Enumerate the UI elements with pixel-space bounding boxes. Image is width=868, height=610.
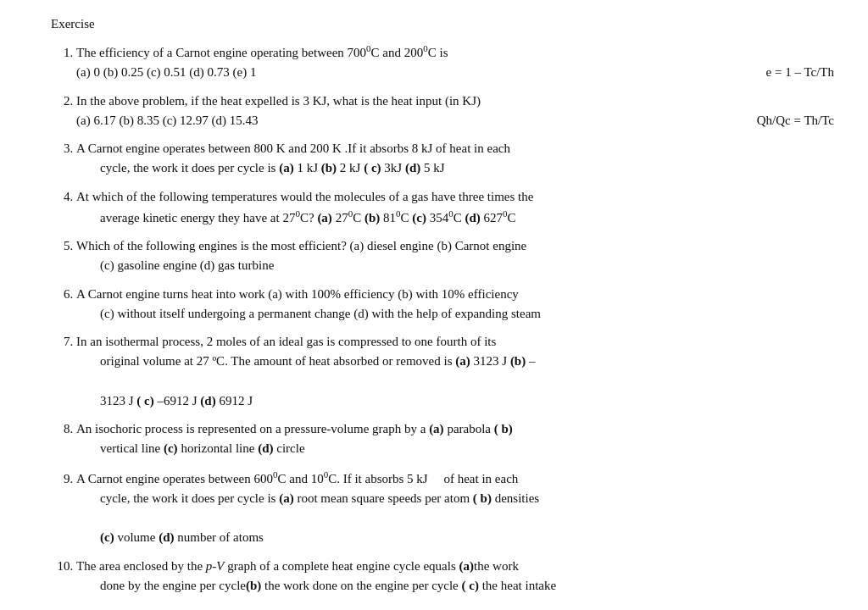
q7-text2: original volume at 27 ºC. The amount of …	[76, 352, 834, 371]
question-8: An isochoric process is represented on a…	[76, 419, 834, 459]
q4-text2: average kinetic energy they have at 270C…	[76, 207, 834, 228]
q2-options: (a) 6.17 (b) 8.35 (c) 12.97 (d) 15.43	[76, 111, 723, 130]
q1-options: (a) 0 (b) 0.25 (c) 0.51 (d) 0.73 (e) 1	[76, 63, 732, 82]
q4-text: At which of the following temperatures w…	[76, 190, 533, 203]
q9-text2: cycle, the work it does per cycle is (a)…	[76, 489, 834, 508]
q8-text2: vertical line (c) horizontal line (d) ci…	[76, 439, 834, 458]
q10-text: The area enclosed by the p-V graph of a …	[76, 559, 519, 573]
q9-text: A Carnot engine operates between 6000C a…	[76, 472, 518, 485]
q6-text2: (c) without itself undergoing a permanen…	[76, 304, 834, 324]
q2-text: In the above problem, if the heat expell…	[76, 94, 481, 108]
question-6: A Carnot engine turns heat into work (a)…	[76, 285, 834, 324]
question-list: The efficiency of a Carnot engine operat…	[51, 42, 834, 610]
question-5: Which of the following engines is the mo…	[76, 236, 834, 276]
question-9: A Carnot engine operates between 6000C a…	[76, 468, 834, 548]
q2-answer-line: (a) 6.17 (b) 8.35 (c) 12.97 (d) 15.43 Qh…	[76, 111, 834, 130]
q8-text: An isochoric process is represented on a…	[76, 422, 513, 435]
question-7: In an isothermal process, 2 moles of an …	[76, 332, 834, 411]
q2-formula: Qh/Qc = Th/Tc	[757, 111, 834, 130]
question-1: The efficiency of a Carnot engine operat…	[76, 42, 834, 83]
q10-text2: done by the engine per cycle(b) the work…	[76, 576, 834, 596]
q1-formula: e = 1 – Tc/Th	[766, 63, 834, 82]
q6-text: A Carnot engine turns heat into work (a)…	[76, 287, 519, 301]
q9-text3: (c) volume (d) number of atoms	[76, 528, 834, 547]
question-3: A Carnot engine operates between 800 K a…	[76, 139, 834, 179]
question-2: In the above problem, if the heat expell…	[76, 92, 834, 131]
q3-text: A Carnot engine operates between 800 K a…	[76, 141, 510, 155]
q1-answer-line: (a) 0 (b) 0.25 (c) 0.51 (d) 0.73 (e) 1 e…	[76, 63, 834, 82]
question-10: The area enclosed by the p-V graph of a …	[76, 557, 834, 611]
q5-text2: (c) gasoline engine (d) gas turbine	[76, 256, 834, 275]
q5-text: Which of the following engines is the mo…	[76, 239, 526, 252]
q7-text: In an isothermal process, 2 moles of an …	[76, 335, 496, 348]
exercise-title: Exercise	[51, 17, 834, 31]
q1-text: The efficiency of a Carnot engine operat…	[76, 46, 448, 59]
q3-text2: cycle, the work it does per cycle is (a)…	[76, 158, 834, 178]
q7-text3: 3123 J ( c) –6912 J (d) 6912 J	[76, 391, 834, 411]
question-4: At which of the following temperatures w…	[76, 187, 834, 229]
